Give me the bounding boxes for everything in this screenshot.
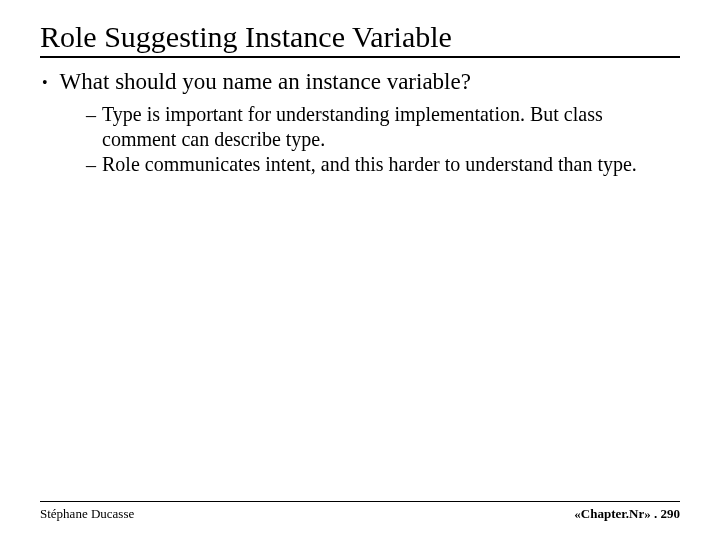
bullet-dash-icon: – <box>86 102 96 128</box>
footer-author: Stéphane Ducasse <box>40 506 134 522</box>
slide: Role Suggesting Instance Variable • What… <box>0 0 720 540</box>
bullet-level-2: – Role communicates intent, and this har… <box>86 152 680 178</box>
bullet-sub2-text: Role communicates intent, and this harde… <box>102 152 637 177</box>
slide-title: Role Suggesting Instance Variable <box>40 20 680 58</box>
bullet-level-1: • What should you name an instance varia… <box>40 68 680 98</box>
bullet-dot-icon: • <box>42 68 48 98</box>
bullet-sub1-text: Type is important for understanding impl… <box>102 102 642 152</box>
bullet-level-2: – Type is important for understanding im… <box>86 102 680 152</box>
bullet-main-text: What should you name an instance variabl… <box>60 68 471 96</box>
footer-page: «Chapter.Nr» . 290 <box>574 506 680 522</box>
slide-footer: Stéphane Ducasse «Chapter.Nr» . 290 <box>40 501 680 522</box>
bullet-dash-icon: – <box>86 152 96 178</box>
